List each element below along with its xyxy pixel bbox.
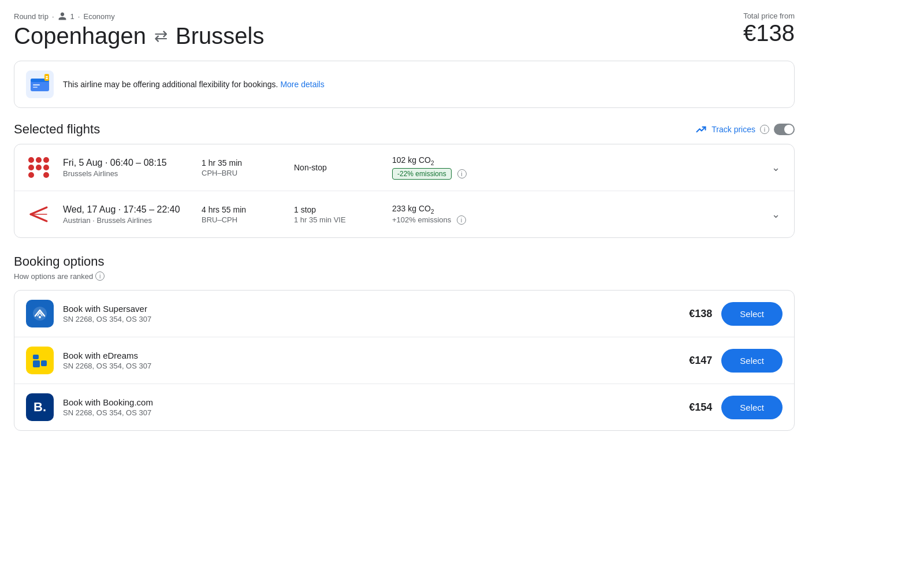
header-right: Total price from €138 xyxy=(743,12,795,46)
flight1-times: 06:40 – 08:15 xyxy=(110,158,167,167)
supersaver-flights: SN 2268, OS 354, OS 307 xyxy=(63,315,657,323)
flight2-date: Wed, 17 Aug xyxy=(63,204,116,214)
trip-title: Copenhagen ⇄ Brussels xyxy=(14,23,264,49)
flexibility-icon xyxy=(26,70,54,98)
flight1-date: Fri, 5 Aug xyxy=(63,158,102,167)
edreams-info: Book with eDreams SN 2268, OS 354, OS 30… xyxy=(63,351,657,370)
ba-dot xyxy=(43,172,49,178)
arrow-icon: ⇄ xyxy=(154,27,167,46)
brussels-airlines-logo xyxy=(26,155,51,180)
svg-rect-4 xyxy=(33,87,38,88)
bookingcom-name: Book with Booking.com xyxy=(63,397,657,407)
ba-dot xyxy=(43,165,49,170)
flight2-duration: 4 hrs 55 min BRU–CPH xyxy=(202,205,282,224)
track-prices-toggle[interactable] xyxy=(774,124,795,135)
flight2-airline: Austrian · Brussels Airlines xyxy=(63,216,190,225)
supersaver-select-button[interactable]: Select xyxy=(721,302,783,326)
ba-dot xyxy=(36,165,42,170)
edreams-select-button[interactable]: Select xyxy=(721,349,783,373)
bookingcom-select-button[interactable]: Select xyxy=(721,396,783,419)
banner-text: This airline may be offering additional … xyxy=(63,80,325,89)
flight2-co2: 233 kg CO2 xyxy=(392,204,758,215)
flight1-airline: Brussels Airlines xyxy=(63,169,190,178)
flight2-times: 17:45 – 22:40 xyxy=(124,204,180,214)
flight2-duration-time: 4 hrs 55 min xyxy=(202,205,282,214)
banner-message: This airline may be offering additional … xyxy=(63,80,278,89)
svg-rect-15 xyxy=(33,355,39,359)
emissions-info-icon[interactable]: i xyxy=(457,169,467,178)
ba-dot xyxy=(28,172,34,178)
flights-container: Fri, 5 Aug · 06:40 – 08:15 Brussels Airl… xyxy=(14,144,795,238)
booking-options-section: Booking options How options are ranked i… xyxy=(14,254,795,431)
ba-dot xyxy=(43,157,49,163)
flight2-expand-chevron[interactable]: ⌄ xyxy=(769,206,783,223)
track-prices-control[interactable]: Track prices i xyxy=(695,124,795,135)
page-header: Round trip · 1 · Economy Copenhagen ⇄ Br… xyxy=(14,12,795,49)
svg-rect-7 xyxy=(46,78,48,79)
person-icon xyxy=(58,12,67,21)
bookingcom-price: €154 xyxy=(666,401,712,414)
more-details-link[interactable]: More details xyxy=(280,80,324,89)
booking-option-edreams: Book with eDreams SN 2268, OS 354, OS 30… xyxy=(14,337,794,384)
price-label: Total price from xyxy=(743,12,795,20)
bookingcom-logo-text: B. xyxy=(33,400,46,415)
edreams-flights: SN 2268, OS 354, OS 307 xyxy=(63,362,657,370)
flight-row: Wed, 17 Aug · 17:45 – 22:40 Austrian · B… xyxy=(14,191,794,237)
dot2: · xyxy=(78,12,80,21)
flight1-info: Fri, 5 Aug · 06:40 – 08:15 Brussels Airl… xyxy=(63,158,190,178)
flight2-stops-detail: 1 hr 35 min VIE xyxy=(294,215,381,224)
booking-options-container: Book with Supersaver SN 2268, OS 354, OS… xyxy=(14,290,795,431)
svg-point-11 xyxy=(33,307,47,321)
edreams-price: €147 xyxy=(666,355,712,367)
total-price: €138 xyxy=(743,20,795,46)
ranking-text: How options are ranked xyxy=(14,272,93,281)
svg-rect-3 xyxy=(33,84,40,85)
selected-flights-header: Selected flights Track prices i xyxy=(14,122,795,137)
austrian-logo xyxy=(26,202,51,227)
supersaver-price: €138 xyxy=(666,308,712,320)
flight1-stops-label: Non-stop xyxy=(294,163,381,172)
cabin-class: Economy xyxy=(83,12,114,21)
flight2-stops-label: 1 stop xyxy=(294,205,381,214)
flight1-route: CPH–BRU xyxy=(202,169,282,177)
passengers: 1 xyxy=(70,12,74,21)
svg-line-9 xyxy=(31,214,47,221)
emissions-badge: -22% emissions xyxy=(392,168,452,180)
booking-option-bookingcom: B. Book with Booking.com SN 2268, OS 354… xyxy=(14,384,794,430)
ba-dot xyxy=(28,157,34,163)
track-prices-info-icon[interactable]: i xyxy=(760,125,769,134)
bookingcom-logo: B. xyxy=(26,393,54,421)
flight1-emissions-badge: -22% emissions i xyxy=(392,166,758,180)
svg-rect-6 xyxy=(46,76,48,77)
ba-dot xyxy=(28,165,34,170)
flexibility-banner: This airline may be offering additional … xyxy=(14,61,795,108)
bookingcom-flights: SN 2268, OS 354, OS 307 xyxy=(63,408,657,417)
svg-rect-14 xyxy=(41,360,47,366)
flight1-stops: Non-stop xyxy=(294,163,381,172)
track-prices-label: Track prices xyxy=(711,125,755,134)
flight2-emissions: 233 kg CO2 +102% emissions i xyxy=(392,204,758,225)
ranking-info[interactable]: How options are ranked i xyxy=(14,271,795,281)
flight1-expand-chevron[interactable]: ⌄ xyxy=(769,159,783,176)
destination-city: Brussels xyxy=(176,23,264,49)
ba-dot xyxy=(36,172,42,178)
flight2-route: BRU–CPH xyxy=(202,215,282,224)
header-left: Round trip · 1 · Economy Copenhagen ⇄ Br… xyxy=(14,12,264,49)
origin-city: Copenhagen xyxy=(14,23,146,49)
flight2-info: Wed, 17 Aug · 17:45 – 22:40 Austrian · B… xyxy=(63,204,190,225)
emissions-info-icon2[interactable]: i xyxy=(457,215,466,225)
booking-option-supersaver: Book with Supersaver SN 2268, OS 354, OS… xyxy=(14,291,794,337)
supersaver-logo xyxy=(26,300,54,327)
flight-row: Fri, 5 Aug · 06:40 – 08:15 Brussels Airl… xyxy=(14,144,794,191)
flight2-stops: 1 stop 1 hr 35 min VIE xyxy=(294,205,381,224)
edreams-logo xyxy=(26,347,54,374)
ranking-info-icon[interactable]: i xyxy=(95,271,105,281)
bookingcom-info: Book with Booking.com SN 2268, OS 354, O… xyxy=(63,397,657,417)
trip-type: Round trip xyxy=(14,12,49,21)
flight1-emissions: 102 kg CO2 -22% emissions i xyxy=(392,155,758,180)
selected-flights-title: Selected flights xyxy=(14,122,100,137)
ba-dot xyxy=(36,157,42,163)
svg-line-8 xyxy=(31,207,47,214)
flight2-time: Wed, 17 Aug · 17:45 – 22:40 xyxy=(63,204,190,215)
flight2-emissions-label: +102% emissions i xyxy=(392,215,758,225)
